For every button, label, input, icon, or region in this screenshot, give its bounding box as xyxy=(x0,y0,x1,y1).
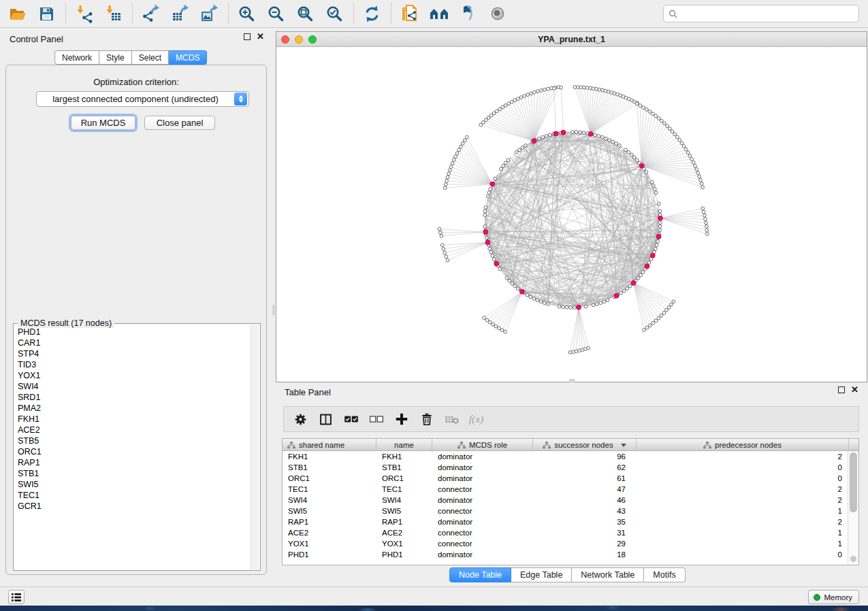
column-header-MCDS-role[interactable]: MCDS role xyxy=(432,439,533,451)
cell: PHD1 xyxy=(283,549,376,560)
zoom-selected-icon[interactable] xyxy=(320,0,349,27)
search-input[interactable] xyxy=(681,9,858,18)
import-network-icon[interactable] xyxy=(69,0,99,27)
criterion-dropdown[interactable]: largest connected component (undirected) xyxy=(36,91,249,107)
mcds-result-item[interactable]: PMA2 xyxy=(14,403,259,414)
columns-icon[interactable] xyxy=(313,407,338,431)
mcds-result-item[interactable]: FKH1 xyxy=(14,414,259,425)
search-icon xyxy=(669,10,677,18)
mcds-result-item[interactable]: STB5 xyxy=(14,435,259,446)
table-row-YOX1[interactable]: YOX1YOX1connector291 xyxy=(283,538,858,549)
add-icon[interactable] xyxy=(389,407,414,431)
mcds-result-item[interactable]: RAP1 xyxy=(14,457,259,468)
search-box[interactable] xyxy=(663,5,859,22)
zoom-fit-icon[interactable] xyxy=(291,0,320,27)
export-table-icon[interactable] xyxy=(165,0,195,27)
mcds-result-item[interactable]: SWI5 xyxy=(14,479,259,490)
network-canvas[interactable] xyxy=(276,47,867,382)
mcds-result-item[interactable]: CAR1 xyxy=(14,337,259,348)
table-scrollbar-thumb[interactable] xyxy=(850,452,857,512)
mcds-tab-panel: Optimization criterion: largest connecte… xyxy=(5,65,267,575)
cell: SWI4 xyxy=(376,495,432,506)
mcds-result-item[interactable]: ORC1 xyxy=(14,446,259,457)
tab-node-table[interactable]: Node Table xyxy=(449,567,511,582)
mcds-result-item[interactable]: TID3 xyxy=(14,359,259,370)
cell: ORC1 xyxy=(283,473,376,484)
table-row-SWI4[interactable]: SWI4SWI4dominator462 xyxy=(283,495,858,506)
mcds-list-scrollbar[interactable] xyxy=(251,325,259,569)
mcds-result-item[interactable]: TEC1 xyxy=(14,490,259,501)
tab-network-table[interactable]: Network Table xyxy=(572,567,644,582)
desktop-wallpaper-strip xyxy=(0,606,868,611)
status-list-button[interactable] xyxy=(8,590,25,604)
mcds-result-list[interactable]: PHD1CAR1STP4TID3YOX1SWI4SRD1PMA2FKH1ACE2… xyxy=(14,325,259,569)
table-row-PHD1[interactable]: PHD1PHD1dominator180 xyxy=(283,549,858,560)
zoom-out-icon[interactable] xyxy=(261,0,291,27)
tab-select[interactable]: Select xyxy=(132,50,169,65)
table-row-STB1[interactable]: STB1STB1dominator620 xyxy=(283,462,858,473)
function-icon[interactable]: f(x) xyxy=(464,407,489,431)
gear-icon[interactable] xyxy=(288,407,313,431)
cell: dominator xyxy=(432,451,533,462)
mcds-result-item[interactable]: SWI4 xyxy=(14,381,259,392)
mcds-result-item[interactable]: YOX1 xyxy=(14,370,259,381)
vertical-split-handle[interactable] xyxy=(272,305,275,316)
share-document-icon[interactable] xyxy=(395,0,424,27)
close-panel-button[interactable]: Close panel xyxy=(144,116,215,130)
cell: 2 xyxy=(637,516,849,527)
tab-edge-table[interactable]: Edge Table xyxy=(511,567,572,582)
cell: YOX1 xyxy=(376,538,432,549)
mcds-result-item[interactable]: STB1 xyxy=(14,468,259,479)
table-row-SWI5[interactable]: SWI5SWI5connector431 xyxy=(283,506,858,516)
column-header-predecessor-nodes[interactable]: predecessor nodes xyxy=(637,439,849,451)
cell: 43 xyxy=(533,506,637,516)
show-eye-icon[interactable] xyxy=(483,0,512,27)
mcds-result-item[interactable]: ACE2 xyxy=(14,425,259,435)
open-file-icon[interactable] xyxy=(3,0,32,27)
table-scrollbar[interactable] xyxy=(848,451,858,565)
hide-flags-icon[interactable] xyxy=(453,0,483,27)
network-window-titlebar[interactable]: YPA_prune.txt_1 xyxy=(276,32,867,47)
close-table-panel-icon[interactable]: ✕ xyxy=(851,386,858,393)
tab-network[interactable]: Network xyxy=(54,50,99,65)
export-network-icon[interactable] xyxy=(136,0,165,27)
delete-table-icon[interactable] xyxy=(439,407,464,431)
cell: 47 xyxy=(533,484,637,495)
column-header-name[interactable]: name xyxy=(376,439,432,451)
float-panel-icon[interactable] xyxy=(244,33,251,40)
tab-motifs[interactable]: Motifs xyxy=(644,567,685,582)
memory-button[interactable]: Memory xyxy=(808,590,859,604)
mcds-result-item[interactable]: SRD1 xyxy=(14,392,259,403)
svg-text:f(x): f(x) xyxy=(468,413,483,425)
delete-icon[interactable] xyxy=(414,407,439,431)
save-session-icon[interactable] xyxy=(32,0,61,27)
column-header-shared-name[interactable]: shared name xyxy=(283,439,376,451)
table-row-FKH1[interactable]: FKH1FKH1dominator962 xyxy=(283,451,858,462)
cell: 96 xyxy=(533,451,637,462)
close-panel-icon[interactable]: ✕ xyxy=(257,33,264,40)
tab-mcds[interactable]: MCDS xyxy=(169,50,207,65)
network-graph xyxy=(276,47,867,382)
import-table-icon[interactable] xyxy=(99,0,128,27)
export-image-icon[interactable] xyxy=(195,0,224,27)
column-type-icon xyxy=(287,442,295,449)
table-row-TEC1[interactable]: TEC1TEC1connector472 xyxy=(283,484,858,495)
tab-style[interactable]: Style xyxy=(99,50,132,65)
table-row-ORC1[interactable]: ORC1ORC1dominator610 xyxy=(283,473,858,484)
refresh-icon[interactable] xyxy=(357,0,387,27)
select-all-icon[interactable] xyxy=(338,407,364,431)
cell: ACE2 xyxy=(376,527,432,538)
mcds-result-item[interactable]: GCR1 xyxy=(14,501,259,512)
run-mcds-button[interactable]: Run MCDS xyxy=(71,116,135,130)
table-row-RAP1[interactable]: RAP1RAP1dominator352 xyxy=(283,516,858,527)
sort-descending-icon xyxy=(621,444,626,447)
deselect-all-icon[interactable] xyxy=(364,407,389,431)
table-row-ACE2[interactable]: ACE2ACE2connector311 xyxy=(283,527,858,538)
table-scrollbar-button[interactable] xyxy=(850,556,856,562)
mcds-result-item[interactable]: STP4 xyxy=(14,348,259,359)
zoom-in-icon[interactable] xyxy=(232,0,261,27)
column-header-successor-nodes[interactable]: successor nodes xyxy=(533,439,637,451)
mcds-result-item[interactable]: PHD1 xyxy=(14,327,259,337)
search-network-icon[interactable] xyxy=(424,0,453,27)
float-table-panel-icon[interactable] xyxy=(838,386,845,393)
